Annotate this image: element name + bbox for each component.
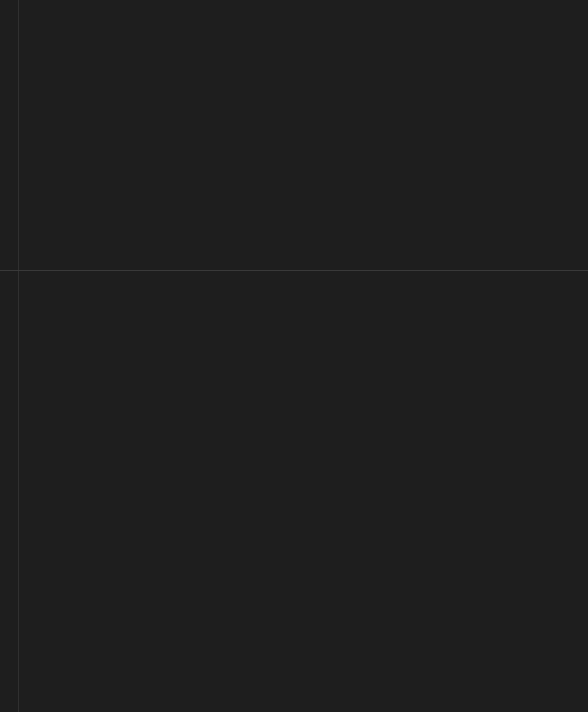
code-editor[interactable] <box>0 0 588 712</box>
red-annotation-box <box>0 0 588 712</box>
section-divider <box>0 270 588 271</box>
indent-guide <box>18 0 19 712</box>
